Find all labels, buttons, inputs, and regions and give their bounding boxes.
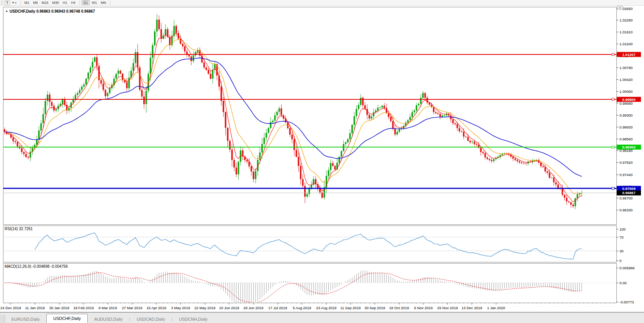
price-tag-1.01207: 1.01207 — [617, 52, 641, 57]
date-tick: 8 Mar 2019 — [98, 306, 117, 310]
price-tick: 0.98930 — [619, 125, 633, 129]
tab-eurusd-daily[interactable]: EURUSD,Daily — [5, 315, 46, 323]
level-handle[interactable] — [612, 187, 614, 190]
date-tick: 11 Jan 2019 — [25, 306, 45, 310]
timeframe-button-m15[interactable]: M15 — [40, 0, 51, 5]
date-tick: 30 Sep 2019 — [364, 306, 385, 310]
date-tick: 6 Nov 2019 — [414, 306, 433, 310]
date-tick: 25 Nov 2019 — [437, 306, 458, 310]
level-handle[interactable] — [612, 53, 614, 56]
rsi-tick: 70 — [619, 235, 624, 239]
macd-tick: 0.005986 — [619, 266, 635, 270]
macd-tick: 0.00 — [619, 281, 627, 285]
toolbar-separator — [79, 1, 80, 5]
rsi-indicator-label: RSI(14) 32.7261 — [5, 227, 33, 231]
toolbar-grip[interactable] — [1, 1, 3, 5]
date-tick: 24 Dec 2018 — [0, 306, 21, 310]
scroll-up-button[interactable]: ▲ — [617, 6, 623, 10]
date-tick: 28 Jun 2019 — [243, 306, 263, 310]
rsi-tick: 100 — [619, 227, 626, 231]
crosshair-icon: + — [12, 1, 14, 5]
timeframe-button-w1[interactable]: W1 — [90, 0, 99, 5]
date-tick: 27 Mar 2019 — [122, 306, 142, 310]
rsi-tick: 30 — [619, 249, 624, 253]
svg-text:0.98303: 0.98303 — [622, 145, 635, 149]
date-tick: 30 Jan 2019 — [49, 306, 69, 310]
svg-text:0.96867: 0.96867 — [622, 191, 635, 195]
tab-usdcnh-daily[interactable]: USDCNH,Daily — [172, 315, 214, 323]
price-tick: 0.96700 — [619, 196, 633, 200]
timeframe-group: M1M5M15M30H1H4 — [23, 0, 77, 5]
timeframe-button-mn[interactable]: MN — [99, 0, 108, 5]
chart-title: ▼USDCHF,Daily 0.96863 0.96943 0.96748 0.… — [5, 9, 95, 13]
date-tick: 10 Jun 2019 — [219, 306, 239, 310]
level-handle[interactable] — [612, 98, 614, 101]
date-tick: 22 May 2019 — [194, 306, 215, 310]
date-tick: 18 Feb 2019 — [73, 306, 93, 310]
chart-title-ohlc: 0.96863 0.96943 0.96748 0.96867 — [36, 9, 95, 13]
price-tick: 1.00790 — [619, 66, 633, 70]
svg-text:0.97009: 0.97009 — [622, 186, 635, 191]
timeframe-button-m30[interactable]: M30 — [50, 0, 61, 5]
chart-tab-bar: EURUSD,DailyUSDCHF,DailyAUDUSD,Daily|USD… — [0, 312, 644, 323]
macd-tick: -0.00773 — [619, 300, 634, 304]
tab-usdchf-daily[interactable]: USDCHF,Daily — [46, 314, 88, 323]
collapse-icon[interactable]: ▼ — [5, 10, 8, 13]
rsi-tick: 0 — [619, 259, 621, 263]
text-tool-button[interactable]: T — [5, 0, 10, 5]
price-tick: 1.00050 — [619, 89, 633, 94]
price-tick: 0.98560 — [619, 137, 633, 141]
price-tag-0.98303: 0.98303 — [617, 145, 641, 150]
tab-strip-spacer — [0, 315, 5, 323]
toolbar-separator — [110, 1, 110, 5]
price-tick: 0.99300 — [619, 113, 633, 117]
toolbar-separator — [20, 1, 21, 5]
crosshair-tool-button[interactable]: + ▾ — [11, 1, 18, 5]
price-tick: 1.00420 — [619, 77, 633, 82]
tab-audusd-daily[interactable]: AUDUSD,Daily — [88, 315, 129, 323]
svg-text:0.99800: 0.99800 — [622, 97, 635, 102]
price-tick: 0.97440 — [619, 173, 633, 177]
price-tick: 1.01910 — [619, 30, 633, 34]
macd-indicator-label: MACD(12,26,9) -0.004898 -0.004756 — [5, 264, 68, 269]
date-tick: 18 Oct 2019 — [389, 306, 409, 310]
timeframe-button-h4[interactable]: H4 — [69, 0, 77, 5]
date-tick: 11 Sep 2019 — [340, 306, 361, 310]
date-tick: 3 May 2019 — [171, 306, 190, 310]
chart-window: 1.026501.022801.019101.015401.011701.007… — [0, 0, 644, 323]
dropdown-arrow-icon: ▾ — [15, 2, 16, 4]
svg-text:1.01207: 1.01207 — [622, 53, 635, 57]
price-tag-0.96867: 0.96867 — [617, 190, 641, 195]
date-tick: 13 Dec 2019 — [462, 306, 482, 310]
date-tick: 5 Aug 2019 — [293, 306, 311, 310]
price-tick: 1.02280 — [619, 18, 633, 22]
price-tick: 1.01540 — [619, 42, 633, 46]
timeframe-button-m1[interactable]: M1 — [23, 0, 31, 5]
date-tick: 1 Jan 2020 — [487, 306, 505, 310]
date-tick: 15 Apr 2019 — [146, 306, 166, 310]
chart-canvas[interactable]: 1.026501.022801.019101.015401.011701.007… — [0, 0, 644, 323]
price-tag-0.99800: 0.99800 — [617, 97, 641, 102]
price-tick: 0.96330 — [619, 208, 633, 212]
tab-usdcad-daily[interactable]: USDCAD,Daily — [130, 315, 172, 323]
timeframe-group: D1W1MN — [82, 0, 108, 5]
date-tick: 23 Aug 2019 — [316, 306, 336, 310]
level-handle[interactable] — [612, 146, 614, 148]
date-tick: 17 Jul 2019 — [268, 306, 287, 310]
chart-title-symbol: USDCHF,Daily — [10, 9, 35, 13]
toolbar: T + ▾ M1M5M15M30H1H4 D1W1MN — [0, 0, 644, 6]
timeframe-button-m5[interactable]: M5 — [31, 0, 40, 5]
timeframe-button-h1[interactable]: H1 — [61, 0, 69, 5]
timeframe-button-d1[interactable]: D1 — [82, 0, 90, 5]
price-tag-0.97009: 0.97009 — [617, 186, 641, 191]
price-tick: 0.97820 — [619, 160, 633, 165]
